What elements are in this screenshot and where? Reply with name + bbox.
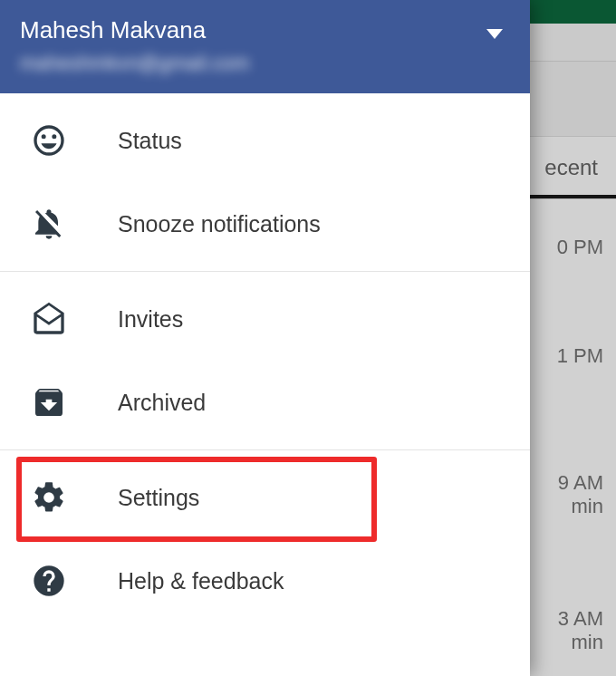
menu-item-invites[interactable]: Invites [0,277,530,361]
menu-item-settings[interactable]: Settings [0,456,530,539]
drawer-header[interactable]: Mahesh Makvana maheshmkvn@gmail.com [0,0,530,93]
menu-item-label: Help & feedback [118,568,284,594]
menu-item-label: Settings [118,485,199,511]
menu-item-label: Invites [118,306,183,333]
account-email: maheshmkvn@gmail.com [20,52,510,75]
gear-icon [29,478,69,517]
navigation-drawer: Mahesh Makvana maheshmkvn@gmail.com Stat… [0,0,530,676]
menu-item-archived[interactable]: Archived [0,361,530,444]
menu-item-help[interactable]: Help & feedback [0,539,530,623]
bell-off-icon [29,204,69,244]
menu-item-label: Status [118,128,182,154]
menu-group-presence: Status Snooze notifications [0,93,530,272]
smiley-icon [29,121,69,160]
envelope-open-icon [29,299,69,339]
menu-item-snooze[interactable]: Snooze notifications [0,182,530,266]
account-name: Mahesh Makvana [20,16,510,44]
menu-item-label: Snooze notifications [118,211,321,237]
menu-group-system: Settings Help & feedback [0,450,530,628]
menu-group-content: Invites Archived [0,272,530,450]
menu-item-label: Archived [118,390,206,416]
help-icon [29,561,69,601]
account-dropdown-icon[interactable] [486,29,503,39]
archive-icon [29,382,69,422]
menu-item-status[interactable]: Status [0,99,530,182]
